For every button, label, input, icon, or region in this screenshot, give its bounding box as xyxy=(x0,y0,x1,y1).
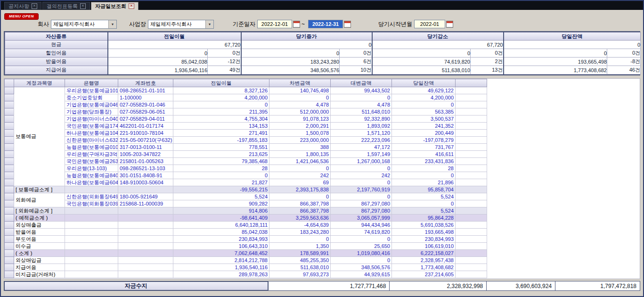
table-row[interactable]: 하나은행(보통예금104)221-910010-78104271,4911,50… xyxy=(5,130,487,137)
credit-cell[interactable]: 242 xyxy=(331,172,392,179)
prev-balance-cell[interactable]: 7,062,648,452 xyxy=(173,250,269,257)
debit-cell[interactable]: 388 xyxy=(269,144,331,151)
debit-cell[interactable]: 866,387,798 xyxy=(269,207,331,214)
debit-cell[interactable]: 178,589,991 xyxy=(269,250,331,257)
credit-cell[interactable]: 867,297,080 xyxy=(331,207,392,214)
credit-cell[interactable]: 1,019,080,416 xyxy=(331,250,392,257)
balance-cell[interactable]: 0 xyxy=(392,172,456,179)
balance-cell[interactable]: -197,078,279 xyxy=(392,137,456,144)
account-cell[interactable]: 외화예금 xyxy=(14,193,65,207)
debit-cell[interactable]: 0 xyxy=(269,165,331,172)
prev-balance-cell[interactable]: 79,385,468 xyxy=(173,158,269,165)
bank-name-cell[interactable]: 국민은행(보통예금263) xyxy=(65,158,118,165)
prev-balance-cell[interactable]: 230,834,993 xyxy=(173,236,269,243)
balance-cell[interactable]: 5,524 xyxy=(392,207,456,214)
row-selector[interactable] xyxy=(5,144,14,151)
row-selector[interactable] xyxy=(5,214,14,222)
debit-cell[interactable]: 1,350 xyxy=(269,243,331,250)
bank-name-cell[interactable]: 우리은행(구매자금3억 822) xyxy=(65,151,118,158)
balance-cell[interactable]: 416,611 xyxy=(392,151,456,158)
account-number-cell[interactable]: 221-910010-78104 xyxy=(118,130,173,137)
row-selector[interactable] xyxy=(5,257,14,264)
debit-cell[interactable]: -4,654,639 xyxy=(269,222,331,229)
table-row[interactable]: 받을어음85,042,038183,243,28074,619,820193,6… xyxy=(5,229,487,236)
balance-cell[interactable]: 5,524 xyxy=(392,193,456,200)
row-selector[interactable] xyxy=(5,158,14,165)
prev-balance-cell[interactable]: 28 xyxy=(173,165,269,172)
prev-balance-cell[interactable]: 1,936,540,116 xyxy=(173,264,269,271)
bank-name-cell[interactable] xyxy=(65,243,118,250)
prev-balance-cell[interactable]: 0 xyxy=(173,101,269,108)
debit-cell[interactable]: 91,078,123 xyxy=(269,116,331,123)
bank-name-cell[interactable] xyxy=(65,250,118,257)
balance-cell[interactable]: 28 xyxy=(392,165,456,172)
account-cell[interactable]: ( 소계 ) xyxy=(14,250,65,257)
account-number-cell[interactable]: 148-910003-50604 xyxy=(118,179,173,186)
prev-balance-cell[interactable]: 271,491 xyxy=(173,130,269,137)
bank-name-cell[interactable] xyxy=(65,236,118,243)
account-number-cell[interactable] xyxy=(118,207,173,214)
account-number-cell[interactable]: 215868-11-000039 xyxy=(118,200,173,207)
prev-balance-cell[interactable]: -99,556,215 xyxy=(173,186,269,193)
table-row[interactable]: ( 예적금소계 )-98,641,4093,259,563,6363,065,0… xyxy=(5,214,487,222)
row-selector[interactable] xyxy=(5,243,14,250)
bank-name-cell[interactable] xyxy=(65,222,118,229)
bank-name-cell[interactable] xyxy=(65,271,118,278)
table-row[interactable]: 지급어음1,936,540,116511,638,010348,506,5761… xyxy=(5,264,487,271)
debit-cell[interactable]: 1,500,078 xyxy=(269,130,331,137)
bank-name-cell[interactable] xyxy=(65,257,118,264)
table-row[interactable]: 농협은행(보통예금8408-91)301-0151-8408-910242242… xyxy=(5,172,487,179)
chevron-down-icon[interactable]: ▼ xyxy=(108,20,116,28)
account-number-cell[interactable] xyxy=(118,243,173,250)
prev-balance-cell[interactable]: 5,524 xyxy=(173,193,269,200)
row-selector[interactable] xyxy=(5,137,14,144)
balance-cell[interactable]: 3,500,537 xyxy=(392,116,456,123)
bank-name-cell[interactable]: 하나은행(보통예금104) xyxy=(65,130,118,137)
debit-cell[interactable]: 4,478 xyxy=(269,101,331,108)
credit-cell[interactable]: 0 xyxy=(331,94,392,101)
prev-balance-cell[interactable]: 4,755,304 xyxy=(173,116,269,123)
credit-cell[interactable]: 348,506,576 xyxy=(331,264,392,271)
account-number-cell[interactable] xyxy=(118,271,173,278)
debit-cell[interactable]: 2,000,291 xyxy=(269,123,331,130)
credit-cell[interactable]: 0 xyxy=(331,165,392,172)
table-row[interactable]: 외화예금신한은행(외화통장649)180-005-9216495,524005,… xyxy=(5,193,487,200)
debit-cell[interactable]: 223,000,000 xyxy=(269,137,331,144)
credit-cell[interactable]: 1,267,000,168 xyxy=(331,158,392,165)
period-start-input[interactable] xyxy=(414,20,445,28)
base-date-from-input[interactable] xyxy=(257,20,292,28)
bank-name-cell[interactable]: 신한은행(마이너스632) xyxy=(65,137,118,144)
prev-balance-cell[interactable]: 106,643,310 xyxy=(173,243,269,250)
credit-cell[interactable]: 0 xyxy=(331,179,392,186)
credit-cell[interactable]: 74,619,820 xyxy=(331,229,392,236)
table-row[interactable]: 외상매출금6,640,128,111-4,654,639944,434,9465… xyxy=(5,222,487,229)
row-selector[interactable] xyxy=(5,207,14,214)
account-number-cell[interactable] xyxy=(118,257,173,264)
tab-voucher-entry[interactable]: 결의전표등록 × xyxy=(42,2,90,10)
row-selector[interactable] xyxy=(5,130,14,137)
bank-name-cell[interactable] xyxy=(65,229,118,236)
tab-close-icon[interactable]: × xyxy=(129,3,134,9)
prev-balance-cell[interactable]: 21,827 xyxy=(173,179,269,186)
balance-cell[interactable]: 95,864,228 xyxy=(392,214,456,222)
account-number-cell[interactable] xyxy=(118,222,173,229)
table-row[interactable]: 국민은행(보통예금263)215801-01-00526379,385,4681… xyxy=(5,158,487,165)
debit-cell[interactable]: 866,387,798 xyxy=(269,200,331,207)
row-selector[interactable] xyxy=(5,116,14,123)
account-number-cell[interactable]: 098-286521-01-101 xyxy=(118,87,173,94)
row-selector[interactable] xyxy=(5,271,14,278)
table-row[interactable]: ( 소계 )7,062,648,452178,589,9911,019,080,… xyxy=(5,250,487,257)
account-cell[interactable]: [ 외화예금소계 ] xyxy=(14,207,65,214)
row-selector[interactable] xyxy=(5,193,14,200)
bank-name-cell[interactable]: 국민은행(외화통장039) xyxy=(65,200,118,207)
prev-balance-cell[interactable]: 4,200,000 xyxy=(173,94,269,101)
credit-cell[interactable]: 99,443,502 xyxy=(331,87,392,94)
debit-cell[interactable]: 183,243,280 xyxy=(269,229,331,236)
prev-balance-cell[interactable]: 85,042,038 xyxy=(173,229,269,236)
account-cell[interactable]: 외상매출금 xyxy=(14,222,65,229)
account-number-cell[interactable] xyxy=(118,236,173,243)
prev-balance-cell[interactable]: 6,640,128,111 xyxy=(173,222,269,229)
balance-cell[interactable]: 1,773,408,682 xyxy=(392,264,456,271)
menu-open-button[interactable]: MENU OPEN xyxy=(4,13,39,20)
prev-balance-cell[interactable]: 778,551 xyxy=(173,144,269,151)
